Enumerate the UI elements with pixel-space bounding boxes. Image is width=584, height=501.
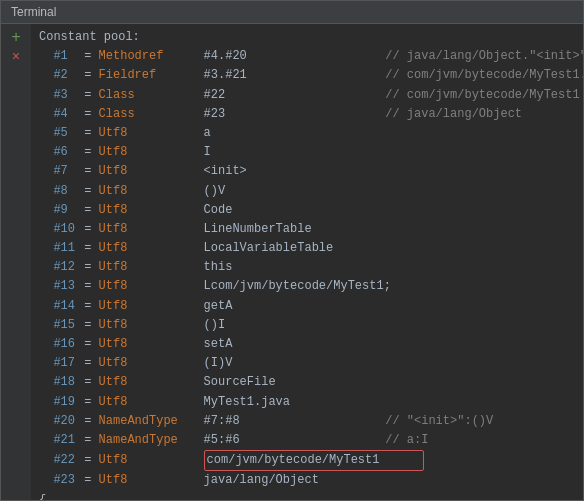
entry-type: Utf8 (99, 277, 204, 296)
entry-ref: setA (204, 335, 364, 354)
entry-ref: Code (204, 201, 364, 220)
entry-type: Class (99, 86, 204, 105)
entry-number: #19 (39, 393, 77, 412)
entry-type: NameAndType (99, 412, 204, 431)
entry-type: Utf8 (99, 471, 204, 490)
entry-ref: #4.#20 (204, 47, 364, 66)
table-row: #9 = Utf8Code (39, 201, 575, 220)
entry-number: #22 (39, 451, 77, 470)
entry-number: #5 (39, 124, 77, 143)
footer-brace: { (39, 491, 575, 501)
entry-ref: #7:#8 (204, 412, 364, 431)
entry-ref: MyTest1.java (204, 393, 364, 412)
table-row: #21 = NameAndType#5:#6 // a:I (39, 431, 575, 450)
entry-type: Utf8 (99, 182, 204, 201)
table-row: #15 = Utf8()I (39, 316, 575, 335)
entry-ref: LocalVariableTable (204, 239, 364, 258)
table-row: #3 = Class#22 // com/jvm/bytecode/MyTest… (39, 86, 575, 105)
table-row: #1 = Methodref#4.#20 // java/lang/Object… (39, 47, 575, 66)
entry-ref: com/jvm/bytecode/MyTest1 (204, 450, 424, 471)
entry-comment: // com/jvm/bytecode/MyTest1 (364, 86, 580, 105)
entry-ref: Lcom/jvm/bytecode/MyTest1; (204, 277, 391, 296)
entry-number: #9 (39, 201, 77, 220)
table-row: #2 = Fieldref#3.#21 // com/jvm/bytecode/… (39, 66, 575, 85)
entry-comment: // a:I (364, 431, 429, 450)
entry-number: #13 (39, 277, 77, 296)
entry-number: #12 (39, 258, 77, 277)
entry-number: #10 (39, 220, 77, 239)
entry-type: Utf8 (99, 373, 204, 392)
entry-number: #1 (39, 47, 77, 66)
table-row: #8 = Utf8()V (39, 182, 575, 201)
entry-number: #23 (39, 471, 77, 490)
table-row: #12 = Utf8this (39, 258, 575, 277)
entry-type: Class (99, 105, 204, 124)
entry-type: Fieldref (99, 66, 204, 85)
entry-number: #21 (39, 431, 77, 450)
table-row: #6 = Utf8I (39, 143, 575, 162)
entry-type: Utf8 (99, 354, 204, 373)
entry-type: Utf8 (99, 143, 204, 162)
table-row: #22 = Utf8com/jvm/bytecode/MyTest1 (39, 450, 575, 471)
entry-ref: #3.#21 (204, 66, 364, 85)
entry-number: #18 (39, 373, 77, 392)
entry-ref: I (204, 143, 364, 162)
entry-number: #4 (39, 105, 77, 124)
entry-number: #8 (39, 182, 77, 201)
code-content: Constant pool: #1 = Methodref#4.#20 // j… (31, 24, 583, 500)
entry-number: #15 (39, 316, 77, 335)
entry-type: Utf8 (99, 297, 204, 316)
table-row: #10 = Utf8LineNumberTable (39, 220, 575, 239)
entry-ref: SourceFile (204, 373, 364, 392)
entry-type: Utf8 (99, 201, 204, 220)
entry-ref: <init> (204, 162, 364, 181)
constant-pool-header: Constant pool: (39, 28, 575, 47)
entry-ref: #5:#6 (204, 431, 364, 450)
entry-ref: this (204, 258, 364, 277)
entry-type: Methodref (99, 47, 204, 66)
entry-ref: #23 (204, 105, 364, 124)
entry-type: Utf8 (99, 162, 204, 181)
title-bar: Terminal (1, 1, 583, 24)
entry-ref: #22 (204, 86, 364, 105)
content-area: + × Constant pool: #1 = Methodref#4.#20 … (1, 24, 583, 500)
entry-ref: java/lang/Object (204, 471, 364, 490)
entry-ref: a (204, 124, 364, 143)
entry-number: #14 (39, 297, 77, 316)
entry-ref: LineNumberTable (204, 220, 364, 239)
entry-ref: getA (204, 297, 364, 316)
remove-icon[interactable]: × (12, 50, 20, 64)
entry-ref: ()V (204, 182, 364, 201)
gutter: + × (1, 24, 31, 500)
entry-number: #16 (39, 335, 77, 354)
entry-number: #2 (39, 66, 77, 85)
table-row: #17 = Utf8(I)V (39, 354, 575, 373)
entry-number: #17 (39, 354, 77, 373)
add-icon[interactable]: + (11, 30, 21, 46)
entry-type: Utf8 (99, 124, 204, 143)
entry-type: Utf8 (99, 393, 204, 412)
entry-number: #11 (39, 239, 77, 258)
table-row: #16 = Utf8setA (39, 335, 575, 354)
table-row: #18 = Utf8SourceFile (39, 373, 575, 392)
entry-type: NameAndType (99, 431, 204, 450)
table-row: #14 = Utf8getA (39, 297, 575, 316)
entry-number: #20 (39, 412, 77, 431)
entry-type: Utf8 (99, 451, 204, 470)
entry-type: Utf8 (99, 316, 204, 335)
code-lines: #1 = Methodref#4.#20 // java/lang/Object… (39, 47, 575, 490)
entry-type: Utf8 (99, 258, 204, 277)
table-row: #13 = Utf8Lcom/jvm/bytecode/MyTest1; (39, 277, 575, 296)
entry-comment: // java/lang/Object."<init>":()V (364, 47, 583, 66)
entry-ref: (I)V (204, 354, 364, 373)
table-row: #19 = Utf8MyTest1.java (39, 393, 575, 412)
entry-number: #7 (39, 162, 77, 181)
entry-comment: // com/jvm/bytecode/MyTest1.a:I (364, 66, 583, 85)
window-title: Terminal (11, 5, 56, 19)
terminal-window: Terminal + × Constant pool: #1 = Methodr… (0, 0, 584, 501)
entry-number: #6 (39, 143, 77, 162)
entry-type: Utf8 (99, 220, 204, 239)
entry-number: #3 (39, 86, 77, 105)
entry-comment: // "<init>":()V (364, 412, 494, 431)
table-row: #7 = Utf8<init> (39, 162, 575, 181)
